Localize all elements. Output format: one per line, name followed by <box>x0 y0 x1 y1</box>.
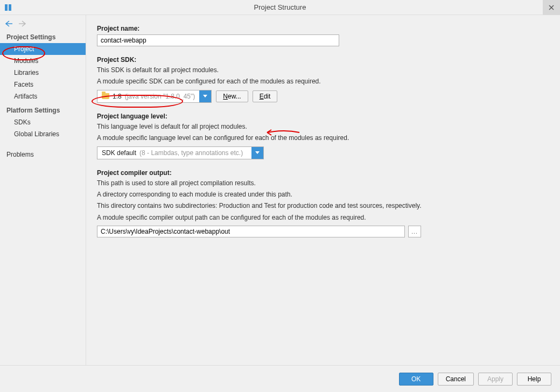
sidebar-item-problems[interactable]: Problems <box>0 149 86 160</box>
cancel-button[interactable]: Cancel <box>438 373 474 386</box>
compiler-output-input[interactable] <box>97 226 405 237</box>
close-button[interactable] <box>543 0 560 15</box>
nav-history <box>0 18 86 29</box>
section-platform-settings: Platform Settings <box>0 102 86 116</box>
sdk-new-button[interactable]: New... <box>216 90 248 102</box>
compiler-output-label: Project compiler output: <box>97 169 549 177</box>
ok-button[interactable]: OK <box>399 373 433 386</box>
language-level-label: Project language level: <box>97 113 549 120</box>
dialog-footer: OK Cancel Apply Help <box>0 365 560 392</box>
sidebar: Project Settings Project Modules Librari… <box>0 15 86 365</box>
sdk-edit-button[interactable]: Edit <box>253 90 278 102</box>
section-project-settings: Project Settings <box>0 29 86 43</box>
sidebar-item-facets[interactable]: Facets <box>0 79 86 90</box>
browse-button[interactable]: ... <box>408 226 421 237</box>
sidebar-item-project[interactable]: Project <box>0 43 86 55</box>
sdk-combo-value: 1.8 <box>113 93 122 100</box>
sidebar-item-libraries[interactable]: Libraries <box>0 67 86 79</box>
project-sdk-descr-1: This SDK is default for all project modu… <box>97 66 549 75</box>
co-descr-1: This path is used to store all project c… <box>97 179 549 188</box>
content-pane: Project name: Project SDK: This SDK is d… <box>86 15 560 365</box>
co-descr-2: A directory corresponding to each module… <box>97 190 549 199</box>
apply-button[interactable]: Apply <box>478 373 513 386</box>
ll-combo-value: SDK default <box>102 149 136 157</box>
language-level-descr-1: This language level is default for all p… <box>97 122 549 131</box>
nav-forward-icon[interactable] <box>18 20 26 27</box>
ll-combo-suffix: (8 - Lambdas, type annotations etc.) <box>139 149 243 157</box>
sidebar-item-sdks[interactable]: SDKs <box>0 116 86 128</box>
window-title: Project Structure <box>0 3 560 11</box>
sdk-combo-suffix: (java version "1.8.0_45") <box>125 93 195 100</box>
language-level-combo[interactable]: SDK default (8 - Lambdas, type annotatio… <box>97 146 264 159</box>
nav-back-icon[interactable] <box>5 20 13 27</box>
project-name-label: Project name: <box>97 25 549 32</box>
project-sdk-descr-2: A module specific SDK can be configured … <box>97 77 549 86</box>
folder-icon <box>102 93 109 99</box>
project-sdk-label: Project SDK: <box>97 56 549 64</box>
sidebar-item-artifacts[interactable]: Artifacts <box>0 90 86 102</box>
chevron-down-icon[interactable] <box>199 90 211 102</box>
co-descr-3: This directory contains two subdirectori… <box>97 201 549 211</box>
project-name-input[interactable] <box>97 34 339 46</box>
titlebar: Project Structure <box>0 0 560 15</box>
help-button[interactable]: Help <box>517 373 551 386</box>
sidebar-item-global-libraries[interactable]: Global Libraries <box>0 128 86 140</box>
language-level-descr-2: A module specific language level can be … <box>97 134 549 143</box>
project-sdk-combo[interactable]: 1.8 (java version "1.8.0_45") <box>97 90 212 103</box>
co-descr-4: A module specific compiler output path c… <box>97 213 549 222</box>
chevron-down-icon[interactable] <box>251 147 263 159</box>
sidebar-item-modules[interactable]: Modules <box>0 55 86 67</box>
